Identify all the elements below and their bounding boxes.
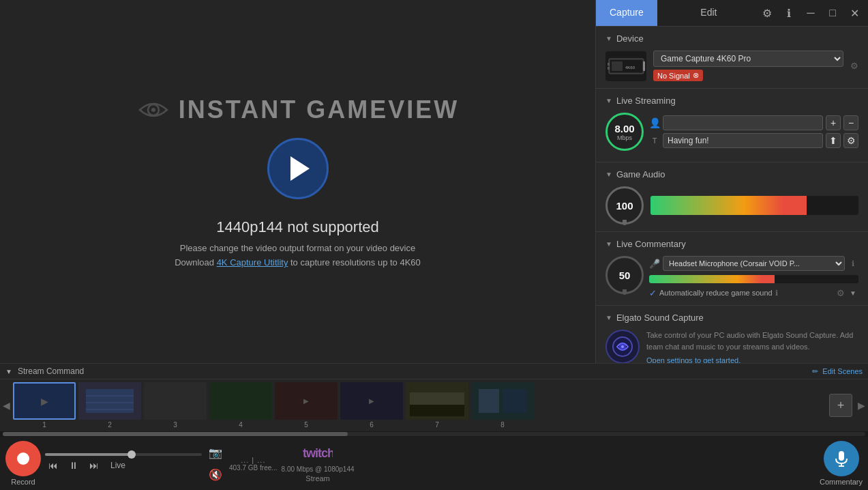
device-section: ▼ Device 4K60 [596,27,868,89]
thumbnail-6[interactable]: ▶ [340,382,403,420]
main-preview-area: INSTANT GAMEVIEW 1440p144 not supported … [0,0,595,363]
thumbnail-5[interactable]: ▶ [275,382,338,420]
seek-thumb [128,450,136,459]
capture-edit-tabs: Capture Edit ⚙ ℹ ─ □ ✕ [596,0,868,27]
device-gear-icon[interactable]: ⚙ [850,61,858,71]
add-scene-btn[interactable]: + [829,394,852,417]
elgato-arrow-icon: ▼ [605,314,612,321]
stream-status: twitch 8.00 Mbps @ 1080p144 [282,445,355,473]
device-section-header[interactable]: ▼ Device [605,33,858,44]
list-item[interactable]: ▶ 1 [13,382,76,429]
list-item[interactable]: ▶ 5 [275,382,338,429]
commentary-button[interactable] [824,441,859,476]
live-streaming-header[interactable]: ▼ Live Streaming [605,96,858,106]
device-select-row: Game Capture 4K60 Pro [653,51,843,67]
mic-volume-value: 50 [619,270,631,281]
svg-rect-19 [503,389,526,413]
person-icon: 👤 [649,117,660,128]
list-item[interactable]: 7 [406,382,468,429]
skip-forward-btn[interactable]: ⏭ [86,457,102,474]
thumbnail-4[interactable] [209,382,272,420]
channel-input[interactable] [663,115,823,130]
list-item[interactable]: ▶ 6 [340,382,403,429]
bottom-area: ▼ Stream Command ✏ Edit Scenes ◀ ▶ 1 [0,363,868,490]
list-item[interactable]: 4 [209,382,272,429]
scrollbar-track [3,432,865,436]
stream-label: Stream [305,474,329,482]
auto-reduce-info-icon: ℹ [775,289,778,298]
thumbnail-2[interactable] [78,382,141,420]
microphone-icon: 🎤 [649,258,660,269]
add-channel-btn[interactable]: + [826,115,841,130]
screenshot-btn[interactable]: 📷 [206,443,225,462]
seek-bar[interactable] [45,453,202,456]
text-icon: T [649,135,660,146]
scroll-right-icon[interactable]: ▶ [855,400,868,411]
download-link[interactable]: 4K Capture Utitlity [217,257,288,268]
tab-capture[interactable]: Capture [596,0,657,26]
commentary-gear-icon[interactable]: ⚙ [837,288,845,298]
stream-cmd-arrow-icon: ▼ [5,368,12,375]
list-item[interactable]: 2 [78,382,141,429]
stream-command-bar: ▼ Stream Command ✏ Edit Scenes [0,364,868,379]
pencil-icon: ✏ [812,367,818,375]
game-audio-header[interactable]: ▼ Game Audio [605,169,858,179]
game-volume-value: 100 [616,200,633,212]
seek-bar-container: ⏮ ⏸ ⏭ Live [45,453,202,474]
thumbnail-scrollbar[interactable] [0,431,868,437]
thumbnail-1[interactable]: ▶ [13,382,76,420]
error-subtitle: Please change the video output format on… [180,243,415,253]
live-commentary-header[interactable]: ▼ Live Commentary [605,239,858,249]
info-icon-btn[interactable]: ℹ [782,6,796,20]
game-volume-dial[interactable]: 100 [605,186,644,225]
close-icon-btn[interactable]: ✕ [848,6,861,20]
live-streaming-label: Live Streaming [616,96,676,106]
gear-icon-btn[interactable]: ⚙ [760,6,774,20]
commentary-row: 50 🎤 Headset Microphone (Corsair VOID P.… [605,256,858,298]
title-input-row: T ⬆ ⚙ [649,133,858,148]
svg-rect-17 [410,405,464,416]
mic-volume-dial[interactable]: 50 [605,256,644,294]
live-commentary-section: ▼ Live Commentary 50 🎤 Headset Microphon… [596,232,868,306]
speed-unit: Mbps [617,134,632,141]
capture-card-svg: 4K60 [608,53,645,79]
tab-edit[interactable]: Edit [687,0,730,26]
brand-name: INSTANT GAMEVIEW [179,96,459,124]
skip-back-btn[interactable]: ⏮ [45,457,61,474]
eye-icon [136,96,170,124]
record-button[interactable] [5,441,41,476]
mic-select-row: 🎤 Headset Microphone (Corsair VOID P... … [649,256,858,271]
svg-rect-8 [643,61,645,71]
game-audio-meter [650,196,858,215]
thumbnail-3[interactable] [144,382,207,420]
remove-channel-btn[interactable]: − [843,115,858,130]
arrow-down-icon: ▼ [848,287,858,298]
channel-input-row: 👤 + − [649,115,858,130]
thumbnail-7[interactable] [406,382,468,420]
mute-btn[interactable]: 🔇 [206,465,225,484]
svg-point-1 [151,108,155,112]
open-settings-link[interactable]: Open settings to get started. [646,355,858,363]
speed-dial: 8.00 Mbps [605,113,644,151]
scroll-left-icon[interactable]: ◀ [0,400,13,411]
list-item[interactable]: 3 [144,382,207,429]
title-settings-btn[interactable]: ⬆ [826,133,841,148]
microphone-dropdown[interactable]: Headset Microphone (Corsair VOID P... [663,256,845,271]
play-button[interactable] [267,138,329,199]
thumbnail-8[interactable] [471,382,534,420]
device-dropdown[interactable]: Game Capture 4K60 Pro [653,51,843,67]
error-title: 1440p144 not supported [216,218,379,236]
live-btn[interactable]: Live [106,459,130,472]
list-item[interactable]: 8 [471,382,534,429]
elgato-header[interactable]: ▼ Elgato Sound Capture [605,313,858,323]
mic-info-icon: ℹ [848,258,858,269]
edit-scenes-btn[interactable]: ✏ Edit Scenes [812,367,863,376]
pause-btn[interactable]: ⏸ [65,457,82,474]
title-gear-btn[interactable]: ⚙ [843,133,858,148]
scrollbar-thumb[interactable] [3,432,348,436]
storage-display: 403.7 GB free... [229,464,278,472]
stream-title-input[interactable] [663,133,823,148]
minimize-icon-btn[interactable]: ─ [804,6,818,20]
controls-row: Record ⏮ ⏸ ⏭ Live 📷 🔇 ... | ... 403.7 [0,437,868,490]
maximize-icon-btn[interactable]: □ [826,6,839,20]
